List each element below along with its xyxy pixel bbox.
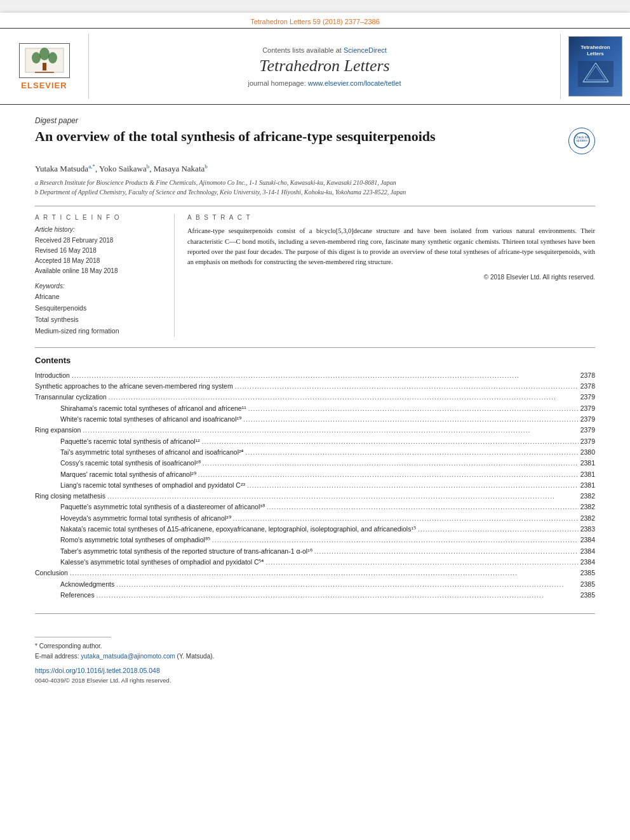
cover-graphic [577,60,615,88]
toc-label: Kalesse's asymmetric total syntheses of … [60,557,264,568]
toc-page: 2382 [580,491,595,502]
toc-label: References [60,590,95,601]
toc-item: Paquette's asymmetric total synthesis of… [35,502,595,512]
toc-item: Acknowledgments ........................… [35,579,595,590]
copyright-line: © 2018 Elsevier Ltd. All rights reserved… [187,274,595,281]
affiliation-b: b Department of Applied Chemistry, Facul… [35,187,595,197]
bottom-divider [35,613,595,614]
toc-page: 2385 [580,579,595,590]
toc-label: White's racemic total syntheses of afric… [60,414,241,425]
contents-section: Contents Introduction ..................… [35,356,595,608]
toc-dots: ........................................… [72,370,579,381]
toc-dots: ........................................… [267,502,579,512]
toc-page: 2379 [580,414,595,425]
toc-dots: ........................................… [212,535,579,545]
check-for-updates-badge[interactable]: Check for updates [568,128,595,154]
toc-label: Tai's asymmetric total syntheses of afri… [60,447,243,458]
main-content: Digest paper An overview of the total sy… [0,105,630,627]
toc-item: Kalesse's asymmetric total syntheses of … [35,557,595,568]
doi-header-text: Tetrahedron Letters 59 (2018) 2377–2386 [250,18,380,25]
toc-dots: ........................................… [70,568,579,578]
toc-label: Ring expansion [35,425,81,436]
elsevier-logo-section: ELSEVIER [0,34,89,99]
keyword-sesquiterpenoids: Sesquiterpenoids [35,303,164,314]
toc-page: 2378 [580,370,595,381]
email-line: E-mail address: yutaka_matsuda@ajinomoto… [35,651,595,662]
journal-title-section: Contents lists available at ScienceDirec… [89,34,560,99]
sciencedirect-link[interactable]: ScienceDirect [344,46,387,54]
affiliation-a: a Research Institute for Bioscience Prod… [35,178,595,187]
journal-header: ELSEVIER Contents lists available at Sci… [0,28,630,105]
toc-page: 2383 [580,524,595,535]
toc-dots: ........................................… [418,524,579,535]
toc-item: Marques' racemic total synthesis of afri… [35,469,595,480]
toc-item: Romo's asymmetric total syntheses of omp… [35,535,595,545]
toc-dots: ........................................… [109,392,579,403]
footnote-divider [35,637,111,637]
toc-label: Romo's asymmetric total syntheses of omp… [60,535,210,545]
toc-page: 2384 [580,546,595,557]
toc-item: Conclusion .............................… [35,568,595,578]
toc-page: 2384 [580,535,595,545]
toc-label: Cossy's racemic total synthesis of isoaf… [60,458,201,469]
toc-page: 2381 [580,480,595,491]
toc-dots: ........................................… [233,513,579,524]
toc-dots: ........................................… [198,469,579,480]
toc-page: 2379 [580,403,595,414]
toc-label: Acknowledgments [60,579,114,590]
abstract-label: A B S T R A C T [187,214,595,221]
keywords-label: Keywords: [35,283,164,290]
elsevier-logo: ELSEVIER [19,43,70,90]
toc-label: Transannular cyclization [35,392,107,403]
toc-label: Marques' racemic total synthesis of afri… [60,469,196,480]
toc-label: Synthetic approaches to the africane sev… [35,381,233,392]
email-address[interactable]: yutaka_matsuda@ajinomoto.com [81,653,175,660]
homepage-url[interactable]: www.elsevier.com/locate/tetlet [308,79,401,87]
article-info-label: A R T I C L E I N F O [35,214,164,221]
svg-text:updates: updates [576,138,587,142]
toc-label: Hoveyda's asymmetric formal total synthe… [60,513,231,524]
journal-cover-image: TetrahedronLetters [568,36,622,97]
svg-point-1 [39,48,50,60]
history-label: Article history: [35,226,164,233]
available-date: Available online 18 May 2018 [35,266,164,276]
toc-item: Hoveyda's asymmetric formal total synthe… [35,513,595,524]
toc-page: 2381 [580,458,595,469]
contents-available-text: Contents lists available at [262,46,342,54]
toc-item: Taber's asymmetric total synthesis of th… [35,546,595,557]
toc-label: Shirahama's racemic total syntheses of a… [60,403,246,414]
author-matsuda-sup: a,* [88,163,95,170]
doi-link[interactable]: https://doi.org/10.1016/j.tetlet.2018.05… [35,667,595,674]
toc-item: Transannular cyclization ...............… [35,392,595,403]
toc-dots: ........................................… [266,557,579,568]
sciencedirect-line: Contents lists available at ScienceDirec… [262,46,387,54]
article-info-abstract: A R T I C L E I N F O Article history: R… [35,206,595,337]
toc-label: Introduction [35,370,70,381]
doi-header: Tetrahedron Letters 59 (2018) 2377–2386 [0,13,630,28]
svg-point-3 [48,52,57,63]
toc-item: Ring closing metathesis ................… [35,491,595,502]
svg-rect-4 [43,63,46,70]
author-matsuda: Yutaka Matsuda [35,164,88,173]
toc-page: 2384 [580,557,595,568]
toc-label: Liang's racemic total syntheses of ompha… [60,480,245,491]
journal-homepage: journal homepage: www.elsevier.com/locat… [248,79,401,87]
toc-dots: ........................................… [116,579,578,590]
toc-dots: ........................................… [83,425,578,436]
toc-dots: ........................................… [243,414,579,425]
toc-page: 2379 [580,425,595,436]
elsevier-logo-box [19,43,70,78]
received-date: Received 28 February 2018 [35,236,164,246]
page: Tetrahedron Letters 59 (2018) 2377–2386 … [0,13,630,840]
article-info-column: A R T I C L E I N F O Article history: R… [35,214,175,337]
toc-page: 2380 [580,447,595,458]
toc-dots: ........................................… [314,546,579,557]
toc-dots: ........................................… [247,480,579,491]
abstract-column: A B S T R A C T Africane-type sesquiterp… [187,214,595,337]
keyword-africane: Africane [35,291,164,303]
toc-item: White's racemic total syntheses of afric… [35,414,595,425]
article-title: An overview of the total synthesis of af… [35,128,562,146]
toc-label: Taber's asymmetric total synthesis of th… [60,546,312,557]
contents-title: Contents [35,356,595,365]
toc-item: Paquette's racemic total synthesis of af… [35,436,595,447]
